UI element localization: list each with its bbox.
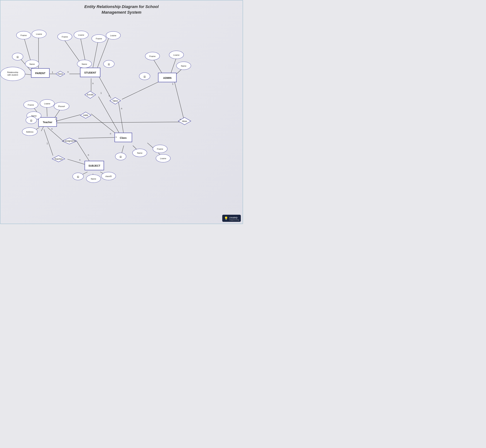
- svg-text:ID: ID: [120, 156, 122, 158]
- svg-text:Lname: Lname: [36, 33, 42, 35]
- svg-line-15: [153, 58, 162, 73]
- svg-text:classID: classID: [105, 175, 112, 177]
- diagram-container: Entity Relationship Diagram for School M…: [0, 0, 243, 224]
- svg-line-23: [41, 127, 44, 131]
- svg-text:Name: Name: [30, 63, 35, 65]
- entity-teacher-label: Teacher: [43, 121, 52, 124]
- creately-badge: 💡 creately Diagramming: [222, 215, 241, 222]
- svg-text:Fname: Fname: [96, 38, 102, 40]
- svg-text:Name: Name: [181, 65, 186, 67]
- rel-adds-label: Adds: [83, 114, 88, 117]
- svg-text:ID: ID: [108, 63, 110, 65]
- svg-line-14: [122, 81, 160, 99]
- svg-line-18: [175, 82, 184, 118]
- entity-subject-label: SUBJECT: [88, 164, 101, 167]
- svg-line-8: [93, 39, 98, 67]
- svg-line-19: [57, 122, 180, 123]
- rel-have-label: Have: [58, 73, 63, 75]
- svg-text:Lname: Lname: [44, 103, 50, 105]
- svg-text:with student: with student: [7, 74, 18, 76]
- svg-line-16: [171, 57, 176, 73]
- entity-student-label: STUDENT: [84, 71, 96, 74]
- svg-text:Fname: Fname: [62, 36, 68, 38]
- svg-text:ID: ID: [30, 119, 32, 121]
- svg-line-27: [91, 114, 118, 136]
- svg-text:ID: ID: [16, 56, 19, 58]
- svg-text:n: n: [79, 159, 80, 161]
- svg-text:1: 1: [172, 83, 173, 85]
- entity-parent-label: PARENT: [35, 72, 46, 75]
- svg-text:Lname: Lname: [110, 34, 116, 37]
- svg-text:Fname: Fname: [28, 104, 34, 106]
- svg-text:Relationship: Relationship: [7, 71, 18, 73]
- svg-text:n: n: [51, 128, 53, 130]
- svg-line-29: [77, 141, 89, 161]
- rel-assigned-label: is assigned to: [63, 140, 76, 142]
- svg-text:1: 1: [52, 71, 53, 73]
- entity-admin-label: ADMIN: [163, 77, 172, 80]
- rel-enrolls-label: Enrolls: [87, 93, 94, 96]
- svg-line-28: [47, 128, 62, 140]
- svg-text:ID: ID: [144, 75, 146, 78]
- svg-text:1: 1: [47, 142, 48, 145]
- svg-text:ID: ID: [77, 176, 79, 178]
- svg-text:Lname: Lname: [173, 54, 180, 56]
- rel-teaches-label: Teaches: [55, 158, 63, 160]
- svg-text:n: n: [121, 107, 122, 110]
- svg-line-31: [44, 129, 53, 156]
- svg-text:n: n: [116, 136, 117, 138]
- svg-text:Lname: Lname: [160, 157, 166, 160]
- creately-brand-text: creately: [229, 216, 237, 219]
- svg-line-32: [68, 159, 86, 165]
- svg-line-13: [118, 101, 124, 135]
- entity-class-label: Class: [120, 136, 126, 139]
- svg-text:1: 1: [101, 92, 102, 94]
- svg-text:Name: Name: [91, 178, 96, 180]
- svg-text:n: n: [92, 82, 94, 85]
- svg-text:Fname: Fname: [149, 55, 156, 57]
- svg-text:n: n: [180, 118, 181, 121]
- svg-text:Phone#: Phone#: [58, 105, 65, 107]
- svg-text:n: n: [55, 118, 56, 120]
- svg-text:Fname: Fname: [157, 148, 163, 150]
- rel-hires-label: Hires: [182, 120, 187, 123]
- creately-sub-text: Diagramming: [229, 219, 239, 221]
- svg-text:n: n: [68, 71, 69, 73]
- svg-text:n: n: [109, 95, 110, 97]
- svg-text:n: n: [88, 154, 89, 156]
- svg-text:Name: Name: [137, 152, 142, 154]
- bulb-icon: 💡: [224, 216, 228, 220]
- svg-text:Fname: Fname: [21, 34, 27, 36]
- rel-takes-label: Takes: [112, 100, 118, 102]
- svg-text:n: n: [110, 132, 111, 135]
- svg-text:Lname: Lname: [78, 34, 84, 36]
- svg-text:Address: Address: [26, 131, 34, 133]
- svg-line-30: [78, 137, 115, 138]
- svg-text:Name: Name: [82, 63, 87, 65]
